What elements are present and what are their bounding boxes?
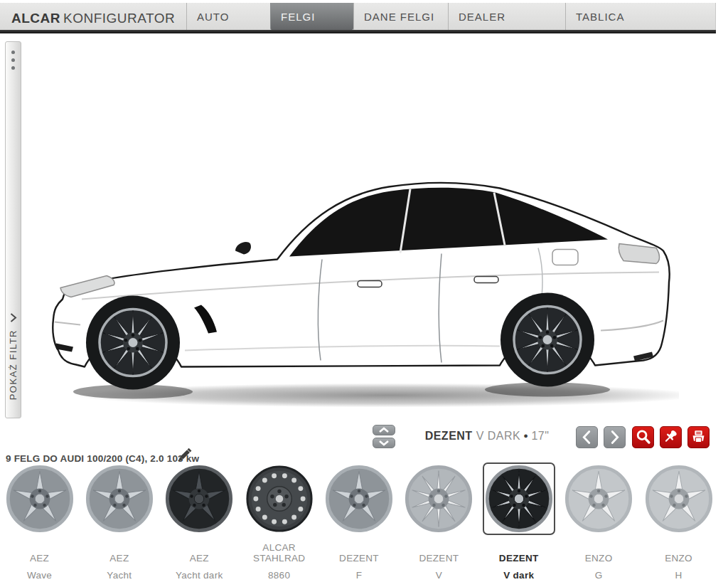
wheel-graphic [645, 465, 713, 533]
wheel-item-dezent-f[interactable]: DEZENTF [321, 462, 397, 581]
printer-icon [688, 426, 709, 448]
tab-label: DEALER [459, 11, 505, 23]
wheel-model-label: V [436, 570, 442, 581]
wheel-item-alcar-stahlrad-8860[interactable]: ALCAR STAHLRAD8860 [241, 462, 317, 581]
alcar-konfigurator-app: ALCARKONFIGURATOR AUTOFELGIDANE FELGIDEA… [0, 0, 728, 587]
wheel-strip: AEZWave AEZYacht AEZYacht dark ALCAR STA… [1, 462, 717, 581]
wheel-graphic [165, 465, 233, 533]
selection-size: 17" [531, 430, 549, 442]
wheel-model-label: Yacht [107, 570, 132, 581]
wheel-graphic [245, 465, 314, 533]
tab-felgi[interactable]: FELGI [270, 3, 353, 30]
wheel-thumbnail [243, 462, 316, 535]
kebab-menu-icon[interactable] [6, 51, 21, 70]
zoom-button[interactable] [632, 426, 654, 448]
wheel-thumbnail [483, 462, 555, 535]
chevron-right-icon [604, 426, 625, 448]
tab-label: AUTO [197, 11, 229, 23]
magnifier-icon [633, 426, 653, 448]
selection-brand: DEZENT [425, 430, 473, 442]
logo-bold: ALCAR [11, 11, 60, 26]
car-stage [39, 158, 679, 411]
pushpin-icon [660, 426, 681, 448]
tab-label: DANE FELGI [364, 11, 434, 23]
header-divider-bar [0, 30, 716, 33]
selection-model: V DARK [476, 430, 521, 442]
wheel-graphic [6, 465, 74, 533]
tab-dealer[interactable]: DEALER [448, 3, 565, 30]
wheel-model-label: H [675, 570, 682, 581]
wheel-brand-label: DEZENT [419, 542, 459, 564]
wheel-item-aez-wave[interactable]: AEZWave [1, 462, 77, 581]
wheel-item-aez-yacht[interactable]: AEZYacht [81, 462, 157, 581]
wheel-model-label: Wave [27, 570, 52, 581]
wheel-model-label: Yacht dark [176, 570, 223, 581]
wheel-graphic [325, 465, 393, 533]
wheel-graphic [564, 465, 633, 533]
previous-wheel-button[interactable] [576, 426, 598, 448]
bullet-icon: ● [523, 431, 528, 440]
show-filter-toggle[interactable]: POKAŻ FILTR [6, 312, 21, 400]
tab-label: FELGI [281, 11, 315, 23]
wheel-item-enzo-g[interactable]: ENZOG [561, 462, 637, 581]
wheel-graphic [85, 465, 154, 533]
wheel-model-label: G [595, 570, 603, 581]
pin-button[interactable] [660, 426, 682, 448]
wheel-item-dezent-v-dark[interactable]: DEZENTV dark [481, 462, 557, 581]
car-illustration [39, 158, 679, 411]
wheel-model-label: V dark [503, 570, 534, 581]
header-tabs: AUTOFELGIDANE FELGIDEALERTABLICA [186, 3, 716, 30]
tab-tablica[interactable]: TABLICA [565, 3, 716, 30]
wheel-thumbnail [323, 462, 395, 535]
wheel-model-label: 8860 [268, 570, 290, 581]
wheel-brand-label: DEZENT [339, 542, 379, 564]
next-wheel-button[interactable] [604, 426, 626, 448]
wheel-thumbnail [562, 462, 635, 535]
wheel-brand-label: ENZO [585, 542, 613, 564]
wheel-thumbnail [4, 462, 76, 535]
chevron-right-icon [9, 312, 18, 323]
wheel-brand-label: AEZ [109, 542, 129, 564]
tab-label: TABLICA [576, 11, 624, 23]
wheel-thumbnail [643, 462, 715, 535]
app-logo: ALCARKONFIGURATOR [11, 11, 175, 26]
header-bar: ALCARKONFIGURATOR AUTOFELGIDANE FELGIDEA… [0, 3, 716, 30]
print-button[interactable] [687, 426, 710, 448]
wheel-brand-label: AEZ [190, 542, 209, 564]
tab-dane-felgi[interactable]: DANE FELGI [353, 3, 448, 30]
filter-rail[interactable]: POKAŻ FILTR [5, 41, 21, 418]
wheel-item-dezent-v[interactable]: DEZENTV [401, 462, 477, 581]
current-selection: DEZENTV DARK●17" [384, 430, 590, 443]
wheel-graphic [405, 465, 473, 533]
wheel-item-enzo-h[interactable]: ENZOH [641, 462, 717, 581]
show-filter-label: POKAŻ FILTR [8, 329, 18, 400]
wheel-brand-label: ALCAR STAHLRAD [246, 542, 313, 564]
wheel-brand-label: ENZO [665, 542, 692, 564]
wheel-thumbnail [83, 462, 156, 535]
wheel-item-aez-yacht-dark[interactable]: AEZYacht dark [161, 462, 237, 581]
wheel-thumbnail [402, 462, 475, 535]
logo-light: KONFIGURATOR [63, 11, 175, 26]
chevron-left-icon [577, 426, 597, 448]
wheel-model-label: F [356, 570, 363, 581]
wheel-brand-label: AEZ [30, 542, 49, 564]
wheel-graphic [485, 465, 553, 533]
wheel-thumbnail [163, 462, 235, 535]
wheel-brand-label: DEZENT [499, 542, 539, 564]
tab-auto[interactable]: AUTO [186, 3, 270, 30]
